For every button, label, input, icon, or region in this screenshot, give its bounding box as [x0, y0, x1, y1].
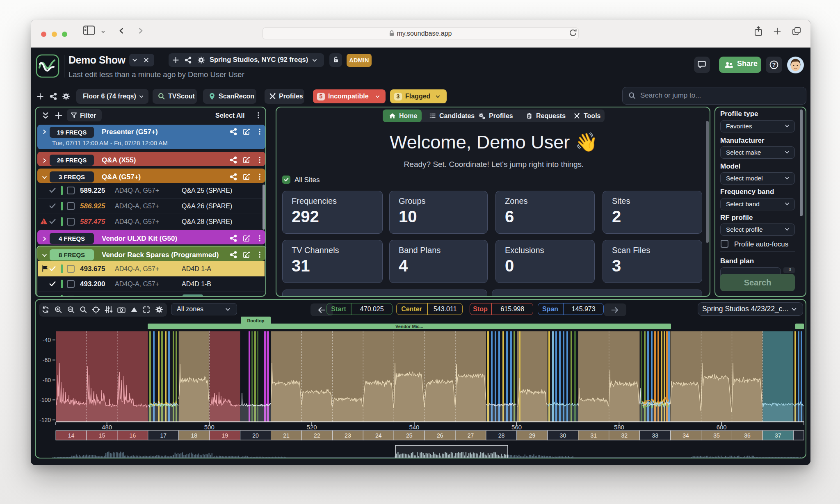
- svg-text:22: 22: [314, 432, 320, 439]
- svg-text:32: 32: [621, 432, 628, 439]
- svg-text:520: 520: [307, 424, 317, 431]
- svg-text:-40: -40: [43, 337, 51, 343]
- svg-text:21: 21: [283, 432, 290, 439]
- svg-text:16: 16: [130, 432, 136, 439]
- svg-text:540: 540: [409, 424, 419, 431]
- svg-text:19: 19: [221, 432, 228, 439]
- svg-text:34: 34: [682, 432, 689, 439]
- svg-text:28: 28: [498, 432, 505, 439]
- svg-text:500: 500: [204, 424, 215, 431]
- svg-text:30: 30: [560, 432, 566, 439]
- svg-text:25: 25: [406, 432, 413, 439]
- svg-text:36: 36: [744, 432, 751, 439]
- svg-text:-80: -80: [43, 377, 51, 383]
- svg-text:35: 35: [713, 432, 720, 439]
- svg-text:600: 600: [717, 424, 727, 431]
- svg-text:?: ?: [772, 62, 776, 68]
- svg-text:480: 480: [102, 424, 112, 431]
- svg-text:20: 20: [252, 432, 259, 439]
- svg-text:23: 23: [345, 432, 351, 439]
- svg-text:-100: -100: [39, 397, 51, 403]
- svg-text:26: 26: [437, 432, 443, 439]
- svg-text:-60: -60: [43, 357, 51, 363]
- svg-text:580: 580: [614, 424, 624, 431]
- svg-text:15: 15: [99, 432, 105, 439]
- svg-text:-120: -120: [39, 417, 51, 423]
- svg-text:27: 27: [468, 432, 474, 439]
- svg-text:24: 24: [375, 432, 382, 439]
- svg-text:37: 37: [775, 432, 781, 439]
- svg-text:18: 18: [191, 432, 197, 439]
- svg-text:31: 31: [591, 432, 597, 439]
- svg-text:560: 560: [511, 424, 522, 431]
- svg-text:14: 14: [68, 432, 75, 439]
- svg-text:17: 17: [160, 432, 167, 439]
- svg-text:33: 33: [652, 432, 658, 439]
- svg-text:29: 29: [529, 432, 536, 439]
